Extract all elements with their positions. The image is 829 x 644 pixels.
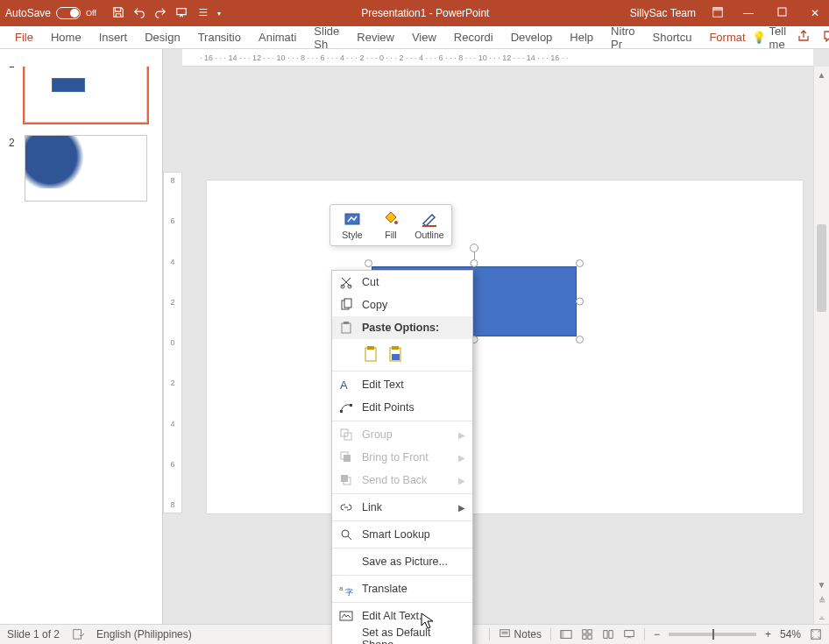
svg-rect-31 xyxy=(74,629,81,639)
menu-link[interactable]: Link ▶ xyxy=(332,496,472,519)
svg-rect-13 xyxy=(367,346,374,350)
slide-counter[interactable]: Slide 1 of 2 xyxy=(7,628,60,640)
menu-cut[interactable]: Cut xyxy=(332,271,472,294)
cut-icon xyxy=(339,275,353,289)
maximize-button[interactable] xyxy=(773,7,790,19)
ribbon-tabs: File Home Insert Design Transitio Animat… xyxy=(0,26,829,49)
tab-format[interactable]: Format xyxy=(703,26,751,48)
comments-icon[interactable] xyxy=(823,29,829,46)
zoom-out-button[interactable]: − xyxy=(654,628,660,640)
close-button[interactable]: ✕ xyxy=(806,7,824,19)
tab-animations[interactable]: Animati xyxy=(252,26,302,48)
tab-view[interactable]: View xyxy=(406,26,443,48)
undo-icon[interactable] xyxy=(133,6,145,21)
bring-front-icon xyxy=(339,450,353,464)
autosave-switch-icon[interactable] xyxy=(56,7,81,19)
menu-bring-to-front[interactable]: Bring to Front ▶ xyxy=(332,446,472,469)
tab-home[interactable]: Home xyxy=(45,26,88,48)
tab-file[interactable]: File xyxy=(9,26,39,48)
menu-set-default-label: Set as Default Shape xyxy=(362,626,465,644)
menu-set-default-shape[interactable]: Set as Default Shape xyxy=(332,627,472,644)
slide-thumbnail-2[interactable]: 2 xyxy=(9,135,153,202)
next-slide-icon[interactable]: ⩡ xyxy=(814,608,829,624)
scroll-up-icon[interactable]: ▲ xyxy=(814,67,829,82)
spellcheck-icon[interactable] xyxy=(72,627,84,642)
minimize-button[interactable]: — xyxy=(740,7,757,19)
svg-rect-12 xyxy=(365,348,376,361)
menu-send-to-back[interactable]: Send to Back ▶ xyxy=(332,469,472,492)
svg-text:a: a xyxy=(339,584,344,592)
view-sorter-icon[interactable] xyxy=(581,628,593,640)
svg-rect-22 xyxy=(344,455,351,462)
title-bar: AutoSave Off ▾ Presentation1 - PowerPoin… xyxy=(0,0,829,26)
autosave-label: AutoSave xyxy=(5,7,51,19)
tab-help[interactable]: Help xyxy=(563,26,599,48)
resize-handle-tl[interactable] xyxy=(365,259,372,267)
menu-cut-label: Cut xyxy=(362,276,379,288)
save-icon[interactable] xyxy=(112,6,124,21)
scroll-thumb[interactable] xyxy=(817,224,826,312)
menu-paste-options-header: Paste Options: xyxy=(332,316,472,339)
list-icon[interactable] xyxy=(196,6,209,21)
tab-review[interactable]: Review xyxy=(351,26,400,48)
resize-handle-tr[interactable] xyxy=(576,259,584,267)
fit-to-window-icon[interactable] xyxy=(810,628,822,640)
view-reading-icon[interactable] xyxy=(602,628,614,640)
ribbon-options-icon[interactable] xyxy=(712,6,724,21)
zoom-level[interactable]: 54% xyxy=(780,628,801,640)
tab-shortcuts[interactable]: Shortcu xyxy=(647,26,698,48)
slide-canvas[interactable] xyxy=(207,180,803,513)
mini-fill-button[interactable]: Fill xyxy=(372,209,409,242)
translate-icon: a字 xyxy=(339,582,353,596)
view-normal-icon[interactable] xyxy=(560,628,572,640)
resize-handle-tm[interactable] xyxy=(471,259,478,267)
menu-translate[interactable]: a字 Translate xyxy=(332,577,472,600)
prev-slide-icon[interactable]: ≜ xyxy=(814,592,829,608)
mini-outline-button[interactable]: Outline xyxy=(411,209,448,242)
svg-text:字: 字 xyxy=(345,588,353,596)
menu-copy[interactable]: Copy xyxy=(332,294,472,316)
zoom-slider[interactable] xyxy=(669,633,756,636)
tab-developer[interactable]: Develop xyxy=(505,26,559,48)
vertical-scrollbar[interactable]: ▲ ▼ ≜ ⩡ xyxy=(813,67,829,624)
window-controls: SillySac Team — ✕ xyxy=(630,6,824,21)
resize-handle-mr[interactable] xyxy=(576,298,584,306)
svg-rect-5 xyxy=(422,225,436,227)
submenu-arrow-icon: ▶ xyxy=(458,453,465,463)
tab-transitions[interactable]: Transitio xyxy=(192,26,247,48)
redo-icon[interactable] xyxy=(154,6,167,21)
menu-edit-alt-text[interactable]: Edit Alt Text... xyxy=(332,605,472,627)
edit-text-icon: A xyxy=(339,378,353,392)
menu-edit-text[interactable]: A Edit Text xyxy=(332,373,472,396)
menu-edit-points[interactable]: Edit Points xyxy=(332,396,472,419)
autosave-toggle[interactable]: AutoSave Off xyxy=(5,7,96,19)
mini-style-button[interactable]: Style xyxy=(334,209,371,242)
tab-nitro[interactable]: Nitro Pr xyxy=(605,26,641,48)
present-from-start-icon[interactable] xyxy=(175,6,188,21)
svg-rect-1 xyxy=(713,7,723,11)
paste-use-destination-theme[interactable] xyxy=(362,343,381,364)
context-menu: Cut Copy Paste Options: A Edit Text Edit… xyxy=(331,270,473,644)
tab-slideshow[interactable]: Slide Sh xyxy=(308,26,345,48)
send-back-icon xyxy=(339,473,353,487)
window-title: Presentation1 - PowerPoint xyxy=(221,7,630,19)
slide-thumbnail-pane[interactable]: 1 2 xyxy=(0,49,163,624)
zoom-in-button[interactable]: + xyxy=(765,628,771,640)
view-slideshow-icon[interactable] xyxy=(623,628,635,640)
tab-recording[interactable]: Recordi xyxy=(448,26,500,48)
notes-button[interactable]: Notes xyxy=(499,628,542,640)
language-label[interactable]: English (Philippines) xyxy=(96,628,192,640)
thumb-canvas[interactable] xyxy=(25,135,147,202)
lightbulb-icon: 💡 xyxy=(752,31,766,44)
menu-group[interactable]: Group ▶ xyxy=(332,423,472,446)
tab-insert[interactable]: Insert xyxy=(93,26,134,48)
tell-me-search[interactable]: 💡 Tell me xyxy=(752,25,787,51)
scroll-down-icon[interactable]: ▼ xyxy=(814,577,829,592)
menu-save-as-picture[interactable]: Save as Picture... xyxy=(332,550,472,573)
menu-smart-lookup[interactable]: Smart Lookup xyxy=(332,523,472,546)
tab-design[interactable]: Design xyxy=(138,26,186,48)
rotate-handle[interactable] xyxy=(470,244,478,252)
resize-handle-br[interactable] xyxy=(576,336,584,343)
share-icon[interactable] xyxy=(797,29,811,46)
paste-as-picture[interactable] xyxy=(386,343,406,364)
